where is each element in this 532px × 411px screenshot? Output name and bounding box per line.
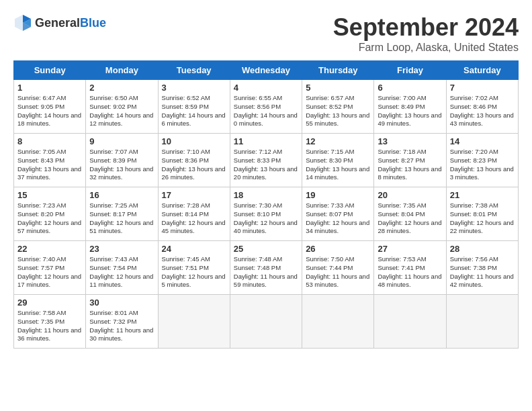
day-header-tuesday: Tuesday — [158, 61, 230, 80]
calendar-cell: 18 Sunrise: 7:30 AM Sunset: 8:10 PM Dayl… — [230, 187, 302, 241]
day-number: 17 — [162, 190, 226, 200]
calendar-cell: 9 Sunrise: 7:07 AM Sunset: 8:39 PM Dayli… — [86, 134, 158, 187]
day-number: 22 — [17, 244, 82, 254]
day-number: 14 — [450, 136, 515, 146]
cell-info: Sunrise: 7:20 AM Sunset: 8:23 PM Dayligh… — [450, 148, 515, 182]
calendar-cell: 28 Sunrise: 7:56 AM Sunset: 7:38 PM Dayl… — [446, 241, 518, 295]
location-title: Farm Loop, Alaska, United States — [333, 42, 519, 54]
day-number: 16 — [89, 190, 154, 200]
day-number: 27 — [378, 244, 442, 254]
calendar-cell: 22 Sunrise: 7:40 AM Sunset: 7:57 PM Dayl… — [14, 241, 86, 295]
calendar-cell: 26 Sunrise: 7:50 AM Sunset: 7:44 PM Dayl… — [302, 241, 374, 295]
cell-info: Sunrise: 7:15 AM Sunset: 8:30 PM Dayligh… — [306, 148, 370, 182]
cell-info: Sunrise: 7:43 AM Sunset: 7:54 PM Dayligh… — [89, 255, 154, 289]
day-number: 3 — [162, 83, 226, 93]
cell-info: Sunrise: 7:00 AM Sunset: 8:49 PM Dayligh… — [378, 94, 442, 128]
calendar-cell: 14 Sunrise: 7:20 AM Sunset: 8:23 PM Dayl… — [446, 134, 518, 187]
day-number: 21 — [450, 190, 515, 200]
calendar-cell: 23 Sunrise: 7:43 AM Sunset: 7:54 PM Dayl… — [86, 241, 158, 295]
cell-info: Sunrise: 6:57 AM Sunset: 8:52 PM Dayligh… — [306, 94, 370, 128]
title-area: September 2024 Farm Loop, Alaska, United… — [333, 13, 519, 54]
day-number: 26 — [306, 244, 370, 254]
calendar-cell — [230, 295, 302, 349]
day-number: 5 — [306, 83, 370, 93]
day-number: 25 — [234, 244, 298, 254]
calendar-cell — [446, 295, 518, 349]
cell-info: Sunrise: 7:12 AM Sunset: 8:33 PM Dayligh… — [234, 148, 298, 182]
calendar-cell: 3 Sunrise: 6:52 AM Sunset: 8:59 PM Dayli… — [158, 80, 230, 134]
day-number: 24 — [162, 244, 226, 254]
cell-info: Sunrise: 7:25 AM Sunset: 8:17 PM Dayligh… — [89, 201, 154, 236]
day-number: 7 — [450, 83, 515, 93]
cell-info: Sunrise: 7:30 AM Sunset: 8:10 PM Dayligh… — [234, 201, 298, 236]
logo: GeneralBlue — [13, 13, 106, 32]
day-number: 20 — [378, 190, 442, 200]
day-number: 29 — [17, 298, 82, 308]
day-header-friday: Friday — [374, 61, 446, 80]
day-header-sunday: Sunday — [14, 61, 86, 80]
calendar-cell: 21 Sunrise: 7:38 AM Sunset: 8:01 PM Dayl… — [446, 187, 518, 241]
day-header-wednesday: Wednesday — [230, 61, 302, 80]
cell-info: Sunrise: 8:01 AM Sunset: 7:32 PM Dayligh… — [89, 309, 154, 343]
cell-info: Sunrise: 7:50 AM Sunset: 7:44 PM Dayligh… — [306, 255, 370, 289]
calendar-cell: 20 Sunrise: 7:35 AM Sunset: 8:04 PM Dayl… — [374, 187, 446, 241]
cell-info: Sunrise: 6:55 AM Sunset: 8:56 PM Dayligh… — [234, 94, 298, 128]
day-number: 28 — [450, 244, 515, 254]
cell-info: Sunrise: 7:48 AM Sunset: 7:48 PM Dayligh… — [234, 255, 298, 289]
calendar-cell: 10 Sunrise: 7:10 AM Sunset: 8:36 PM Dayl… — [158, 134, 230, 187]
day-number: 10 — [162, 136, 226, 146]
cell-info: Sunrise: 7:05 AM Sunset: 8:43 PM Dayligh… — [17, 148, 82, 182]
cell-info: Sunrise: 7:40 AM Sunset: 7:57 PM Dayligh… — [17, 255, 82, 289]
cell-info: Sunrise: 7:33 AM Sunset: 8:07 PM Dayligh… — [306, 201, 370, 236]
calendar-cell: 6 Sunrise: 7:00 AM Sunset: 8:49 PM Dayli… — [374, 80, 446, 134]
calendar-cell: 25 Sunrise: 7:48 AM Sunset: 7:48 PM Dayl… — [230, 241, 302, 295]
calendar-cell: 7 Sunrise: 7:02 AM Sunset: 8:46 PM Dayli… — [446, 80, 518, 134]
calendar-cell: 13 Sunrise: 7:18 AM Sunset: 8:27 PM Dayl… — [374, 134, 446, 187]
day-number: 23 — [89, 244, 154, 254]
day-number: 11 — [234, 136, 298, 146]
calendar-cell: 2 Sunrise: 6:50 AM Sunset: 9:02 PM Dayli… — [86, 80, 158, 134]
calendar-cell: 19 Sunrise: 7:33 AM Sunset: 8:07 PM Dayl… — [302, 187, 374, 241]
day-number: 9 — [89, 136, 154, 146]
day-number: 4 — [234, 83, 298, 93]
calendar-cell — [158, 295, 230, 349]
cell-info: Sunrise: 7:18 AM Sunset: 8:27 PM Dayligh… — [378, 148, 442, 182]
calendar-cell: 17 Sunrise: 7:28 AM Sunset: 8:14 PM Dayl… — [158, 187, 230, 241]
calendar-cell: 24 Sunrise: 7:45 AM Sunset: 7:51 PM Dayl… — [158, 241, 230, 295]
calendar-cell: 11 Sunrise: 7:12 AM Sunset: 8:33 PM Dayl… — [230, 134, 302, 187]
cell-info: Sunrise: 7:35 AM Sunset: 8:04 PM Dayligh… — [378, 201, 442, 236]
day-header-thursday: Thursday — [302, 61, 374, 80]
cell-info: Sunrise: 6:47 AM Sunset: 9:05 PM Dayligh… — [17, 94, 82, 128]
cell-info: Sunrise: 7:53 AM Sunset: 7:41 PM Dayligh… — [378, 255, 442, 289]
calendar-cell: 29 Sunrise: 7:58 AM Sunset: 7:35 PM Dayl… — [14, 295, 86, 349]
calendar-cell: 15 Sunrise: 7:23 AM Sunset: 8:20 PM Dayl… — [14, 187, 86, 241]
day-number: 6 — [378, 83, 442, 93]
cell-info: Sunrise: 7:56 AM Sunset: 7:38 PM Dayligh… — [450, 255, 515, 289]
calendar-cell: 30 Sunrise: 8:01 AM Sunset: 7:32 PM Dayl… — [86, 295, 158, 349]
day-number: 19 — [306, 190, 370, 200]
calendar-cell: 16 Sunrise: 7:25 AM Sunset: 8:17 PM Dayl… — [86, 187, 158, 241]
day-number: 18 — [234, 190, 298, 200]
cell-info: Sunrise: 7:07 AM Sunset: 8:39 PM Dayligh… — [89, 148, 154, 182]
day-header-saturday: Saturday — [446, 61, 518, 80]
cell-info: Sunrise: 7:10 AM Sunset: 8:36 PM Dayligh… — [162, 148, 226, 182]
month-title: September 2024 — [333, 13, 519, 42]
calendar-cell — [302, 295, 374, 349]
calendar-cell: 5 Sunrise: 6:57 AM Sunset: 8:52 PM Dayli… — [302, 80, 374, 134]
cell-info: Sunrise: 7:02 AM Sunset: 8:46 PM Dayligh… — [450, 94, 515, 128]
calendar: SundayMondayTuesdayWednesdayThursdayFrid… — [13, 60, 519, 349]
calendar-cell: 27 Sunrise: 7:53 AM Sunset: 7:41 PM Dayl… — [374, 241, 446, 295]
logo-blue: Blue — [80, 16, 106, 30]
cell-info: Sunrise: 7:23 AM Sunset: 8:20 PM Dayligh… — [17, 201, 82, 236]
day-number: 12 — [306, 136, 370, 146]
cell-info: Sunrise: 7:38 AM Sunset: 8:01 PM Dayligh… — [450, 201, 515, 236]
day-number: 13 — [378, 136, 442, 146]
day-number: 30 — [89, 298, 154, 308]
day-number: 1 — [17, 83, 82, 93]
cell-info: Sunrise: 7:45 AM Sunset: 7:51 PM Dayligh… — [162, 255, 226, 289]
cell-info: Sunrise: 7:58 AM Sunset: 7:35 PM Dayligh… — [17, 309, 82, 343]
day-number: 2 — [89, 83, 154, 93]
day-header-monday: Monday — [86, 61, 158, 80]
calendar-cell: 12 Sunrise: 7:15 AM Sunset: 8:30 PM Dayl… — [302, 134, 374, 187]
cell-info: Sunrise: 6:50 AM Sunset: 9:02 PM Dayligh… — [89, 94, 154, 128]
